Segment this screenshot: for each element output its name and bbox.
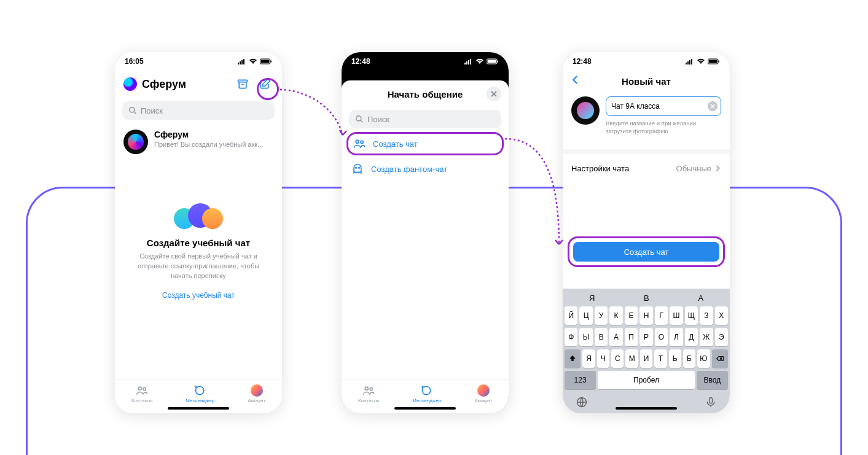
- mic-icon[interactable]: [705, 396, 717, 408]
- key-Н[interactable]: Н: [639, 306, 652, 325]
- phone-screen-2: 12:48 Начать общение Поиск Создать чат С…: [342, 52, 509, 413]
- chevron-left-icon: [570, 74, 581, 85]
- key-Ф[interactable]: Ф: [565, 328, 577, 346]
- tab-messenger[interactable]: Мессенджер: [186, 384, 214, 403]
- key-Б[interactable]: Б: [683, 349, 695, 368]
- key-З[interactable]: З: [700, 306, 713, 325]
- key-Я[interactable]: Я: [582, 349, 595, 368]
- chat-avatar-button[interactable]: [571, 96, 600, 125]
- suggestion[interactable]: Я: [589, 294, 595, 303]
- key-И[interactable]: И: [640, 349, 652, 368]
- key-Ю[interactable]: Ю: [697, 349, 710, 368]
- svg-rect-0: [238, 63, 239, 64]
- enter-key[interactable]: Ввод: [697, 371, 728, 389]
- numbers-key[interactable]: 123: [565, 371, 596, 389]
- home-indicator: [616, 407, 677, 410]
- app-title: Сферум: [142, 78, 229, 91]
- key-У[interactable]: У: [595, 306, 608, 325]
- compose-icon: [259, 78, 271, 90]
- create-phantom-chat-option[interactable]: Создать фантом-чат: [342, 157, 509, 181]
- key-Л[interactable]: Л: [670, 328, 682, 346]
- option-label: Создать чат: [373, 139, 418, 149]
- signal-icon: [686, 58, 694, 64]
- svg-rect-7: [238, 80, 248, 82]
- keyboard: Я В А ЙЦУКЕНГШЩЗХ ФЫВАПРОЛДЖЭ ЯЧСМИТЬБЮ …: [563, 289, 730, 413]
- chat-settings-row[interactable]: Настройки чата Обычные: [563, 149, 730, 183]
- key-Т[interactable]: Т: [654, 349, 667, 368]
- chat-text: Сферум Привет! Вы создали учебный акк...: [154, 130, 263, 148]
- contacts-icon: [136, 384, 148, 397]
- clear-input-button[interactable]: [708, 101, 717, 111]
- svg-rect-17: [498, 61, 499, 63]
- tab-account[interactable]: Аккаунт: [474, 384, 492, 403]
- tab-account[interactable]: Аккаунт: [248, 384, 265, 403]
- key-Ш[interactable]: Ш: [670, 306, 682, 325]
- close-button[interactable]: [487, 87, 501, 101]
- key-Э[interactable]: Э: [715, 328, 728, 346]
- svg-point-23: [365, 387, 368, 390]
- signal-icon: [464, 58, 473, 64]
- key-О[interactable]: О: [655, 328, 668, 346]
- svg-point-20: [361, 141, 363, 143]
- key-Е[interactable]: Е: [625, 306, 638, 325]
- svg-rect-1: [240, 61, 241, 64]
- suggestion[interactable]: А: [698, 294, 703, 303]
- key-С[interactable]: С: [611, 349, 624, 368]
- status-bar: 12:48: [342, 52, 509, 71]
- key-Й[interactable]: Й: [565, 306, 577, 325]
- chat-name-input[interactable]: [606, 96, 721, 116]
- key-К[interactable]: К: [609, 306, 622, 325]
- avatar-placeholder-icon: [577, 102, 594, 119]
- svg-point-10: [143, 387, 146, 390]
- tab-contacts[interactable]: Контакты: [131, 384, 153, 403]
- key-Ц[interactable]: Ц: [579, 306, 592, 325]
- suggestion[interactable]: В: [644, 294, 649, 303]
- settings-value-group: Обычные: [676, 164, 721, 173]
- svg-point-18: [356, 116, 361, 121]
- key-Ь[interactable]: Ь: [669, 349, 681, 368]
- key-Щ[interactable]: Щ: [685, 306, 698, 325]
- status-bar: 16:05: [115, 52, 282, 71]
- chat-preview: Привет! Вы создали учебный акк...: [154, 141, 263, 148]
- search-input[interactable]: Поиск: [349, 110, 501, 128]
- key-Х[interactable]: Х: [715, 306, 728, 325]
- create-chat-button[interactable]: Создать чат: [573, 242, 719, 262]
- phone-screen-1: 16:05 Сферум Поиск Сферум Привет! Вы соз…: [115, 52, 282, 413]
- search-input[interactable]: Поиск: [122, 101, 275, 120]
- shift-key[interactable]: [565, 349, 581, 368]
- compose-button[interactable]: [256, 76, 273, 93]
- sheet-header: Начать общение: [342, 87, 509, 106]
- key-Ы[interactable]: Ы: [579, 328, 592, 346]
- key-М[interactable]: М: [625, 349, 638, 368]
- backspace-icon: [715, 354, 725, 363]
- svg-rect-31: [719, 61, 720, 63]
- empty-title: Создайте учебный чат: [127, 238, 270, 248]
- backspace-key[interactable]: [712, 349, 728, 368]
- globe-icon[interactable]: [576, 396, 588, 408]
- key-Ч[interactable]: Ч: [597, 349, 609, 368]
- create-learning-chat-link[interactable]: Создать учебный чат: [127, 291, 270, 300]
- tab-label: Контакты: [358, 398, 380, 403]
- wifi-icon: [475, 58, 484, 64]
- archive-icon: [237, 78, 249, 90]
- key-Д[interactable]: Д: [685, 328, 698, 346]
- keyboard-row-2: ФЫВАПРОЛДЖЭ: [565, 328, 728, 346]
- key-Г[interactable]: Г: [655, 306, 668, 325]
- chat-list-item[interactable]: Сферум Привет! Вы создали учебный акк...: [115, 123, 282, 160]
- back-button[interactable]: [570, 74, 581, 88]
- chevron-right-icon: [714, 165, 721, 172]
- create-chat-option[interactable]: Создать чат: [346, 132, 504, 155]
- key-П[interactable]: П: [625, 328, 638, 346]
- shift-icon: [568, 354, 577, 363]
- tab-contacts[interactable]: Контакты: [358, 384, 380, 403]
- archive-button[interactable]: [234, 76, 251, 93]
- tab-label: Аккаунт: [474, 398, 492, 403]
- tab-messenger[interactable]: Мессенджер: [412, 384, 441, 403]
- svg-rect-6: [271, 61, 272, 63]
- key-А[interactable]: А: [609, 328, 622, 346]
- key-Ж[interactable]: Ж: [700, 328, 713, 346]
- key-Р[interactable]: Р: [639, 328, 652, 346]
- space-key[interactable]: Пробел: [598, 371, 695, 389]
- svg-point-24: [370, 387, 372, 390]
- key-В[interactable]: В: [595, 328, 608, 346]
